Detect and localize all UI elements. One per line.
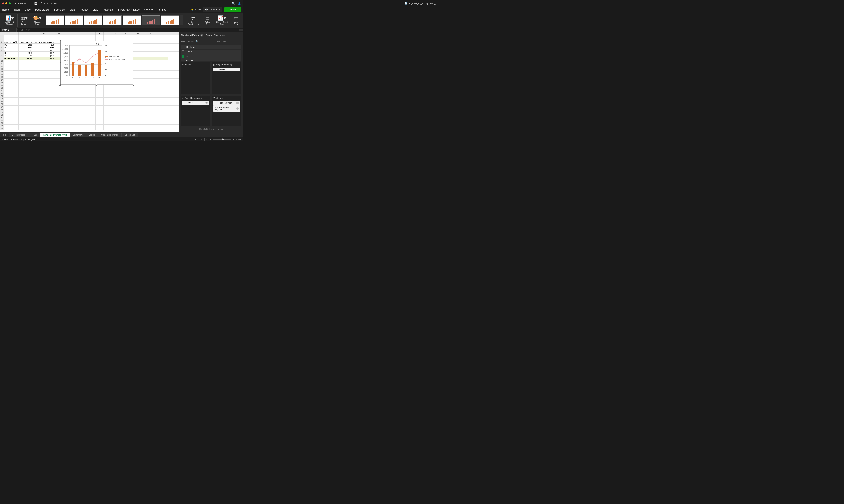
cell[interactable] (71, 84, 79, 87)
cell[interactable] (112, 103, 120, 106)
cell[interactable] (33, 35, 55, 38)
cell[interactable] (55, 92, 63, 95)
cell[interactable] (79, 38, 87, 41)
cell[interactable] (4, 89, 19, 92)
cell[interactable] (156, 108, 168, 111)
cell[interactable] (104, 84, 112, 87)
cell[interactable] (120, 87, 132, 89)
checkbox-icon[interactable] (182, 46, 184, 48)
cell[interactable] (33, 38, 55, 41)
row-32[interactable]: 32 (0, 119, 179, 122)
row-20[interactable]: 20 (0, 87, 179, 89)
cell[interactable] (144, 100, 156, 103)
cell[interactable]: $99 (33, 43, 55, 46)
cell[interactable] (55, 84, 63, 87)
cell[interactable] (63, 97, 71, 100)
cell[interactable] (104, 114, 112, 116)
cell[interactable] (144, 89, 156, 92)
cell[interactable] (120, 127, 132, 130)
cell[interactable] (4, 92, 19, 95)
cell[interactable] (33, 119, 55, 122)
cell[interactable] (4, 73, 19, 76)
cell[interactable] (95, 97, 104, 100)
zoom-in-icon[interactable]: + (233, 138, 234, 141)
cell[interactable] (132, 49, 144, 52)
cell[interactable] (144, 79, 156, 81)
sheet-tab-orders[interactable]: Orders (86, 133, 98, 137)
col-header-l[interactable]: L (120, 32, 132, 35)
cell[interactable] (19, 60, 33, 62)
cell[interactable] (71, 127, 79, 130)
cell[interactable] (63, 119, 71, 122)
cell[interactable] (95, 38, 104, 41)
cell[interactable] (112, 38, 120, 41)
row-1[interactable]: 1 (0, 35, 179, 38)
format-chart-area-title[interactable]: Format Chart Area (206, 34, 225, 36)
select-all-corner[interactable] (0, 32, 4, 35)
cell[interactable] (55, 35, 63, 38)
cell[interactable]: $194 (33, 54, 55, 57)
cell[interactable] (120, 125, 132, 127)
cell[interactable] (55, 95, 63, 97)
cell[interactable]: $550 (19, 46, 33, 49)
cell[interactable] (19, 89, 33, 92)
chart-style-1[interactable] (46, 15, 64, 25)
namebox-stepper[interactable]: ▲▼ (17, 28, 19, 31)
quick-layout-button[interactable]: ▦▾ Quick Layout (18, 14, 30, 27)
search-icon[interactable]: 🔍 (232, 2, 235, 5)
cell[interactable] (104, 119, 112, 122)
cell[interactable] (156, 95, 168, 97)
cell[interactable] (4, 82, 19, 84)
cell[interactable] (79, 114, 87, 116)
tab-draw[interactable]: Draw (24, 7, 31, 12)
row-21[interactable]: 21 (0, 89, 179, 92)
cell[interactable] (63, 108, 71, 111)
tab-data[interactable]: Data (69, 7, 75, 12)
bar-DC[interactable] (72, 62, 74, 76)
cell[interactable] (144, 60, 156, 62)
cell[interactable] (156, 60, 168, 62)
col-header-c[interactable]: C (33, 32, 55, 35)
bar-DE[interactable] (78, 65, 81, 76)
cell[interactable] (4, 106, 19, 108)
cell[interactable] (112, 84, 120, 87)
cell[interactable] (156, 116, 168, 119)
move-chart-button[interactable]: ▭ Move Chart (231, 14, 241, 27)
cell[interactable] (112, 114, 120, 116)
cell[interactable] (132, 122, 144, 124)
cell[interactable] (33, 108, 55, 111)
cell[interactable] (71, 35, 79, 38)
cell[interactable] (79, 119, 87, 122)
cell[interactable] (87, 38, 95, 41)
change-chart-type-button[interactable]: 📈▾ Change Chart Type (214, 14, 230, 27)
cell[interactable] (144, 116, 156, 119)
cell[interactable] (144, 84, 156, 87)
cell[interactable] (132, 106, 144, 108)
cell[interactable] (112, 95, 120, 97)
cell[interactable] (95, 35, 104, 38)
cell[interactable] (33, 73, 55, 76)
col-header-e[interactable]: E (63, 32, 71, 35)
add-sheet-button[interactable]: + (138, 133, 144, 137)
cell[interactable] (132, 46, 144, 49)
cell[interactable] (4, 119, 19, 122)
axis-area[interactable]: ≡Axis (Categories) ⋮⋮Statei (181, 95, 210, 126)
row-25[interactable]: 25 (0, 100, 179, 103)
cell[interactable] (19, 82, 33, 84)
cell[interactable] (19, 84, 33, 87)
worksheet[interactable]: A B C D E F G H I J K L M N O 123Row Lab… (0, 32, 179, 132)
cell[interactable] (19, 97, 33, 100)
row-30[interactable]: 30 (0, 114, 179, 116)
cell[interactable] (120, 111, 132, 113)
cell[interactable] (19, 35, 33, 38)
row-29[interactable]: 29 (0, 111, 179, 114)
cell[interactable] (55, 111, 63, 113)
checkbox-icon[interactable]: ✓ (182, 55, 184, 58)
legend-area[interactable]: |||Legend (Series) ⋮⋮Values (212, 62, 241, 94)
cell[interactable] (132, 116, 144, 119)
values-pill-avg[interactable]: ⋮⋮Average of Paymen...i (213, 106, 240, 112)
cell[interactable]: DE (4, 46, 19, 49)
chart-style-6[interactable] (142, 15, 160, 25)
cell[interactable] (87, 106, 95, 108)
cell[interactable] (19, 38, 33, 41)
